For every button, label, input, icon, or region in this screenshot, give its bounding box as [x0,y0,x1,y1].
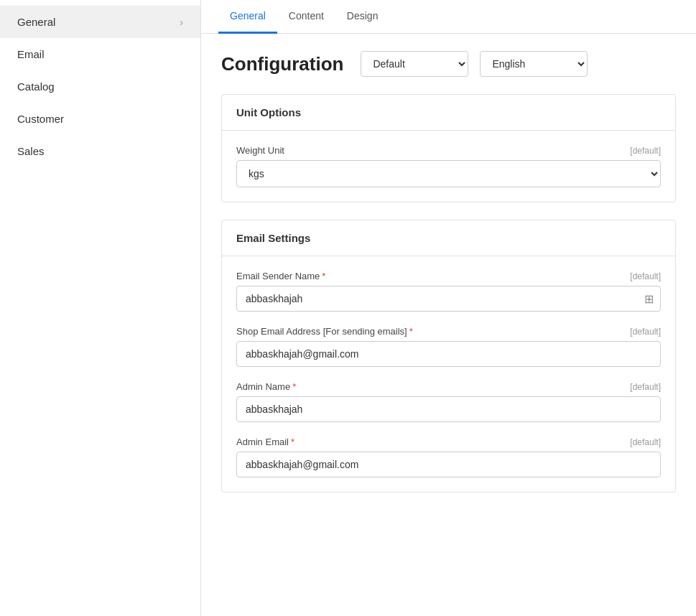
sidebar-item-label: Catalog [17,80,55,93]
admin-name-field: Admin Name* [default] [236,381,661,422]
admin-name-label-row: Admin Name* [default] [236,381,661,392]
admin-name-input[interactable] [236,396,661,422]
shop-email-input[interactable] [236,341,661,367]
shop-email-default: [default] [630,327,661,337]
shop-email-label-row: Shop Email Address [For sending emails]*… [236,326,661,337]
admin-email-default: [default] [630,437,661,447]
tab-design[interactable]: Design [335,0,390,34]
weight-unit-label: Weight Unit [236,145,284,156]
unit-options-section: Unit Options Weight Unit [default] kgs l… [221,94,676,202]
weight-unit-field: Weight Unit [default] kgs lbs g oz [236,145,661,187]
sidebar-item-email[interactable]: Email [0,38,200,70]
admin-name-label: Admin Name* [236,381,296,392]
email-sender-name-input[interactable] [236,286,661,312]
sidebar-item-label: Sales [17,145,45,157]
weight-unit-default: [default] [630,146,661,156]
admin-email-label-row: Admin Email* [default] [236,437,661,447]
sidebar-item-label: General [17,16,55,28]
content-area: Configuration Default English French Ger… [201,34,696,527]
page-title: Configuration [221,53,343,75]
shop-email-label: Shop Email Address [For sending emails]* [236,326,413,337]
sidebar-item-label: Email [17,48,45,60]
tab-content[interactable]: Content [277,0,335,34]
sidebar-item-customer[interactable]: Customer [0,103,200,135]
chevron-right-icon: › [180,17,183,28]
email-sender-name-field: Email Sender Name* [default] ⊞ [236,271,661,312]
admin-email-input[interactable] [236,452,661,477]
email-sender-name-label-row: Email Sender Name* [default] [236,271,661,281]
email-sender-name-input-wrap: ⊞ [236,286,661,312]
unit-options-title: Unit Options [222,95,675,131]
sidebar-item-label: Customer [17,113,64,125]
admin-email-label: Admin Email* [236,437,294,447]
shop-email-field: Shop Email Address [For sending emails]*… [236,326,661,367]
sidebar-item-sales[interactable]: Sales [0,135,200,167]
sidebar-item-general[interactable]: General › [0,6,200,38]
language-select[interactable]: English French German Spanish [480,51,588,77]
email-settings-body: Email Sender Name* [default] ⊞ Shop Emai… [222,256,675,492]
email-settings-section: Email Settings Email Sender Name* [defau… [221,220,676,493]
weight-unit-label-row: Weight Unit [default] [236,145,661,156]
weight-unit-select[interactable]: kgs lbs g oz [236,160,661,187]
input-icon: ⊞ [644,292,654,306]
config-header: Configuration Default English French Ger… [221,51,676,77]
tabs-bar: General Content Design [201,0,696,34]
sidebar: General › Email Catalog Customer Sales [0,0,201,616]
admin-email-field: Admin Email* [default] [236,437,661,477]
store-select[interactable]: Default [361,51,468,77]
email-sender-name-label: Email Sender Name* [236,271,325,281]
tab-general[interactable]: General [218,0,277,34]
email-settings-title: Email Settings [222,220,675,256]
sidebar-item-catalog[interactable]: Catalog [0,70,200,103]
main-content: General Content Design Configuration Def… [201,0,696,616]
email-sender-name-default: [default] [630,271,661,281]
admin-name-default: [default] [630,382,661,392]
unit-options-body: Weight Unit [default] kgs lbs g oz [222,131,675,202]
